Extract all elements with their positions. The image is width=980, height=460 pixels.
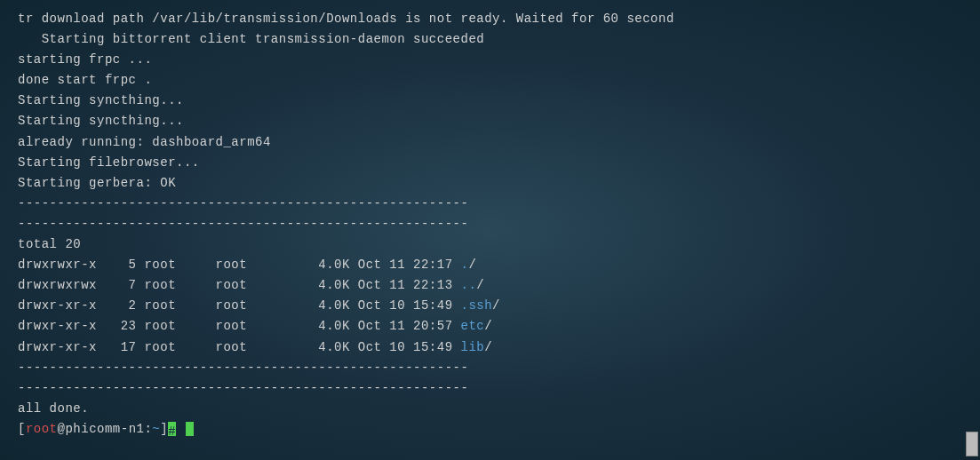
terminal-output[interactable]: tr download path /var/lib/transmission/D… [18, 9, 962, 440]
dir-name: etc [460, 319, 484, 333]
separator-line: ----------------------------------------… [18, 378, 962, 399]
log-line: Starting syncthing... [18, 111, 962, 131]
ls-row: drwxr-xr-x 17 root root 4.0K Oct 10 15:4… [18, 337, 962, 358]
prompt-user: root [26, 422, 58, 436]
prompt-host: phicomm-n1 [65, 422, 144, 436]
dir-name: .. [460, 278, 476, 292]
shell-prompt[interactable]: [root@phicomm-n1:~]# [18, 419, 962, 440]
log-line: Starting gerbera: OK [18, 173, 962, 194]
log-line: Starting syncthing... [18, 91, 962, 111]
log-line: already running: dashboard_arm64 [18, 132, 962, 153]
log-line: tr download path /var/lib/transmission/D… [18, 9, 962, 29]
prompt-path: ~ [152, 422, 160, 436]
log-line: done start frpc . [18, 70, 962, 91]
ls-row: drwxr-xr-x 23 root root 4.0K Oct 11 20:5… [18, 316, 962, 337]
dir-name: lib [460, 340, 484, 354]
separator-line: ----------------------------------------… [18, 214, 962, 234]
prompt-hash: # [168, 422, 176, 436]
log-line: Starting bittorrent client transmission-… [18, 29, 962, 50]
separator-line: ----------------------------------------… [18, 194, 962, 214]
scrollbar-thumb[interactable] [966, 432, 978, 456]
ls-row: drwxr-xr-x 2 root root 4.0K Oct 10 15:49… [18, 296, 962, 316]
done-line: all done. [18, 399, 962, 419]
log-line: Starting filebrowser... [18, 153, 962, 173]
separator-line: ----------------------------------------… [18, 358, 962, 378]
dir-name: .ssh [460, 298, 492, 313]
log-line: starting frpc ... [18, 50, 962, 70]
ls-total: total 20 [18, 234, 962, 255]
cursor [186, 422, 194, 436]
ls-row: drwxrwxrwx 7 root root 4.0K Oct 11 22:13… [18, 275, 962, 296]
ls-row: drwxrwxr-x 5 root root 4.0K Oct 11 22:17… [18, 255, 962, 275]
